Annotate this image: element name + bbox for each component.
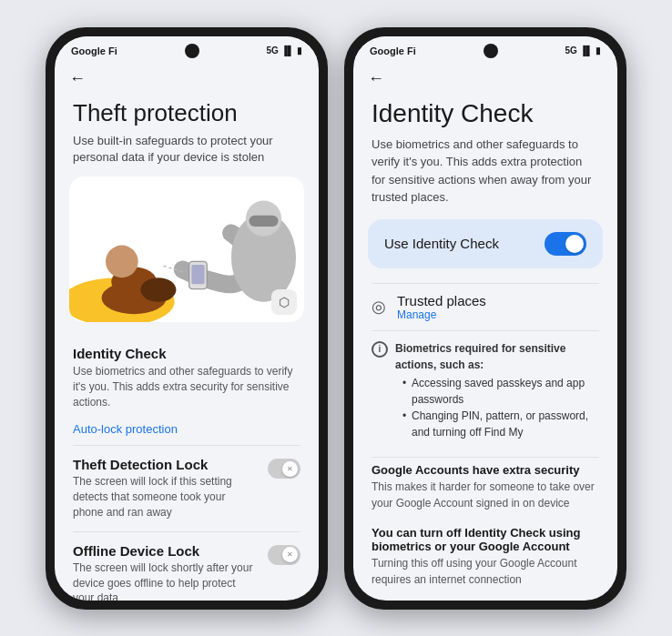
theft-page-subtitle: Use built-in safeguards to protect your … <box>55 133 319 177</box>
network-left: 5G <box>266 45 278 56</box>
identity-check-screen: Google Fi 5G ▐▌ ▮ ← Identity Check Use b… <box>353 36 617 601</box>
status-bar-left: Google Fi 5G ▐▌ ▮ <box>55 36 319 62</box>
battery-icon-left: ▮ <box>297 45 302 56</box>
top-nav-left: ← <box>55 62 319 92</box>
offline-lock-text: Offline Device Lock The screen will lock… <box>73 543 259 601</box>
extra-info-desc-2: Turning this off using your Google Accou… <box>372 555 599 588</box>
illustration-action-icon: ⬡ <box>271 289 297 315</box>
extra-info-block-2: You can turn off Identity Check using bi… <box>353 522 617 591</box>
theft-detection-item: Theft Detection Lock The screen will loc… <box>55 448 319 529</box>
divider-5 <box>372 457 599 458</box>
status-bar-right: Google Fi 5G ▐▌ ▮ <box>353 36 617 62</box>
identity-check-title: Identity Check <box>73 346 300 361</box>
battery-icon-right: ▮ <box>596 45 601 56</box>
svg-point-5 <box>140 278 176 302</box>
trusted-places-row[interactable]: ◎ Trusted places Manage <box>353 286 617 328</box>
bullet-2: Changing PIN, pattern, or password, and … <box>402 408 599 440</box>
info-intro: Biometrics required for sensitive action… <box>395 340 599 373</box>
identity-toggle-label: Use Identity Check <box>384 236 499 251</box>
theft-detection-text: Theft Detection Lock The screen will loc… <box>73 457 259 520</box>
camera-notch-right <box>484 44 498 58</box>
divider-4 <box>372 330 599 331</box>
identity-screen-content: ← Identity Check Use biometrics and othe… <box>353 62 617 601</box>
svg-point-3 <box>106 246 138 278</box>
network-right: 5G <box>565 45 576 56</box>
back-button-left[interactable]: ← <box>69 69 86 88</box>
status-icons-left: 5G ▐▌ ▮ <box>266 45 302 56</box>
svg-rect-10 <box>191 265 204 284</box>
top-nav-right: ← <box>353 62 617 92</box>
divider-2 <box>73 531 300 532</box>
back-button-right[interactable]: ← <box>368 69 384 88</box>
status-icons-right: 5G ▐▌ ▮ <box>565 45 601 56</box>
theft-protection-screen: Google Fi 5G ▐▌ ▮ ← Theft protection Use… <box>55 36 319 601</box>
info-bullet-list: Accessing saved passkeys and app passwor… <box>395 375 599 440</box>
identity-page-title: Identity Check <box>353 92 617 136</box>
identity-toggle[interactable] <box>545 232 586 256</box>
divider-3 <box>372 283 599 284</box>
left-phone: Google Fi 5G ▐▌ ▮ ← Theft protection Use… <box>46 27 328 610</box>
identity-page-subtitle: Use biometrics and other safeguards to v… <box>353 136 617 219</box>
extra-info-desc-1: This makes it harder for someone to take… <box>372 479 599 511</box>
theft-page-title: Theft protection <box>55 92 319 133</box>
offline-lock-desc: The screen will lock shortly after your … <box>73 560 259 601</box>
identity-check-desc: Use biometrics and other safeguards to v… <box>73 364 300 409</box>
theft-detection-title: Theft Detection Lock <box>73 457 259 472</box>
identity-check-section: Identity Check Use biometrics and other … <box>55 337 319 419</box>
signal-icon-left: ▐▌ <box>281 45 294 56</box>
theft-detection-desc: The screen will lock if this setting det… <box>73 474 259 520</box>
svg-rect-8 <box>249 216 279 227</box>
info-icon: i <box>372 341 388 358</box>
offline-lock-toggle[interactable] <box>268 545 300 565</box>
theft-illustration: ⬡ <box>69 177 304 322</box>
carrier-left: Google Fi <box>71 45 117 56</box>
divider-1 <box>73 445 300 446</box>
trusted-places-title: Trusted places <box>397 293 486 308</box>
info-body: Biometrics required for sensitive action… <box>395 340 599 442</box>
identity-toggle-card: Use Identity Check <box>368 219 603 268</box>
offline-lock-title: Offline Device Lock <box>73 543 259 559</box>
learn-more-link[interactable]: Learn more about Identity Check <box>353 591 617 601</box>
info-section: i Biometrics required for sensitive acti… <box>353 333 617 455</box>
info-icon-row: i Biometrics required for sensitive acti… <box>372 340 599 442</box>
extra-info-title-2: You can turn off Identity Check using bi… <box>372 526 599 553</box>
theft-screen-content: ← Theft protection Use built-in safeguar… <box>55 62 319 601</box>
extra-info-title-1: Google Accounts have extra security <box>372 463 599 477</box>
spacer-1 <box>353 515 617 522</box>
offline-lock-item: Offline Device Lock The screen will lock… <box>55 534 319 601</box>
trusted-places-text: Trusted places Manage <box>397 293 486 321</box>
camera-notch-left <box>185 44 199 58</box>
trusted-places-action[interactable]: Manage <box>397 308 486 321</box>
auto-lock-link[interactable]: Auto-lock protection <box>55 419 319 443</box>
signal-icon-right: ▐▌ <box>580 45 593 56</box>
extra-info-block-1: Google Accounts have extra security This… <box>353 459 617 515</box>
right-phone: Google Fi 5G ▐▌ ▮ ← Identity Check Use b… <box>344 27 626 610</box>
carrier-right: Google Fi <box>370 45 416 56</box>
bullet-1: Accessing saved passkeys and app passwor… <box>402 375 599 408</box>
location-icon: ◎ <box>372 297 386 317</box>
theft-detection-toggle[interactable] <box>268 459 300 479</box>
